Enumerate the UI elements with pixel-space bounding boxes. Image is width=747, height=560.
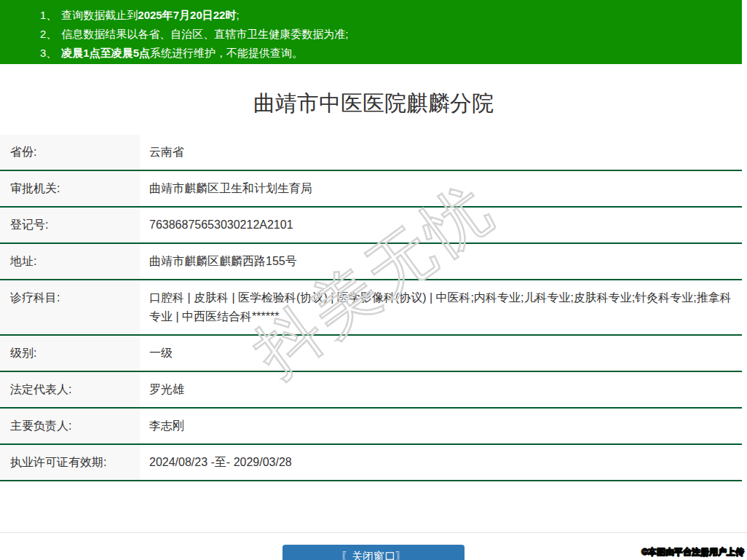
button-area: 〖关闭窗口〗 xyxy=(0,545,747,560)
row-value: 一级 xyxy=(140,336,742,371)
table-row-license-validity: 执业许可证有效期: 2024/08/23 -至- 2029/03/28 xyxy=(0,445,742,481)
row-value: 76386875653030212A2101 xyxy=(140,208,742,242)
notice-line-3: 3、凌晨1点至凌晨5点系统进行维护，不能提供查询。 xyxy=(40,44,735,63)
table-row-main-responsible-person: 主要负责人: 李志刚 xyxy=(0,409,742,445)
row-value: 云南省 xyxy=(140,135,742,170)
row-label: 法定代表人: xyxy=(0,372,140,407)
row-label: 地址: xyxy=(0,244,140,279)
row-value: 2024/08/23 -至- 2029/03/28 xyxy=(140,445,742,480)
row-label: 审批机关: xyxy=(0,171,140,206)
row-value: 李志刚 xyxy=(140,409,742,443)
notice-number-2: 2、 xyxy=(40,28,57,40)
row-label: 主要负责人: xyxy=(0,409,140,443)
table-row-level: 级别: 一级 xyxy=(0,336,742,372)
info-table: 省份: 云南省 审批机关: 曲靖市麒麟区卫生和计划生育局 登记号: 763868… xyxy=(0,135,742,481)
row-value: 口腔科 | 皮肤科 | 医学检验科(协议) | 医学影像科(协议) | 中医科;… xyxy=(140,280,742,334)
row-label: 执业许可证有效期: xyxy=(0,445,140,480)
notice-text-bold: 2025年7月20日22时 xyxy=(138,9,236,21)
table-row-registration-number: 登记号: 76386875653030212A2101 xyxy=(0,208,742,244)
notice-line-2: 2、信息数据结果以各省、自治区、直辖市卫生健康委数据为准; xyxy=(40,25,735,44)
table-row-treatment-subjects: 诊疗科目: 口腔科 | 皮肤科 | 医学检验科(协议) | 医学影像科(协议) … xyxy=(0,280,742,336)
table-row-approval-authority: 审批机关: 曲靖市麒麟区卫生和计划生育局 xyxy=(0,171,742,208)
notice-text: 信息数据结果以各省、自治区、直辖市卫生健康委数据为准; xyxy=(61,28,348,40)
notice-number-3: 3、 xyxy=(40,47,57,59)
row-value: 罗光雄 xyxy=(140,372,742,407)
row-label: 级别: xyxy=(0,336,140,371)
row-value: 曲靖市麒麟区卫生和计划生育局 xyxy=(140,171,742,206)
notice-bar: 1、查询数据截止到2025年7月20日22时; 2、信息数据结果以各省、自治区、… xyxy=(0,0,742,64)
table-row-address: 地址: 曲靖市麒麟区麒麟西路155号 xyxy=(0,244,742,280)
notice-line-1: 1、查询数据截止到2025年7月20日22时; xyxy=(40,6,735,25)
row-value: 曲靖市麒麟区麒麟西路155号 xyxy=(140,244,742,279)
footer-separator xyxy=(0,532,747,533)
notice-text: ; xyxy=(236,9,239,21)
notice-text: 查询数据截止到 xyxy=(61,9,138,21)
page-title: 曲靖市中医医院麒麟分院 xyxy=(0,92,747,115)
notice-text-bold: 凌晨1点至凌晨5点 xyxy=(61,47,150,59)
row-label: 诊疗科目: xyxy=(0,280,140,334)
table-row-legal-representative: 法定代表人: 罗光雄 xyxy=(0,372,742,409)
row-label: 登记号: xyxy=(0,208,140,242)
copyright-text: ©本图由平台注册用户上传 xyxy=(641,546,744,559)
notice-text: 系统进行维护，不能提供查询。 xyxy=(150,47,303,59)
notice-number-1: 1、 xyxy=(40,9,57,21)
close-window-button[interactable]: 〖关闭窗口〗 xyxy=(282,545,465,560)
table-row-province: 省份: 云南省 xyxy=(0,135,742,171)
row-label: 省份: xyxy=(0,135,140,170)
